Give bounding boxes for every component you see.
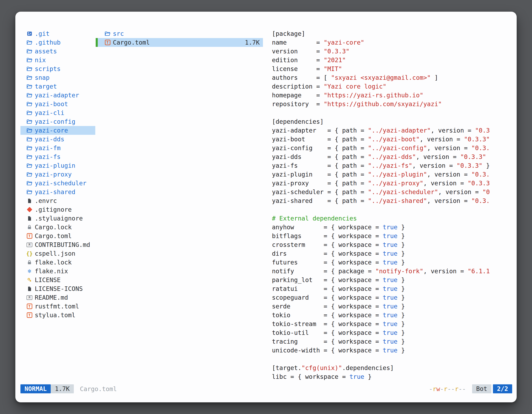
item-label: README.md <box>35 294 68 301</box>
dir-item-target[interactable]: target <box>20 82 95 91</box>
file-icon <box>26 198 33 203</box>
dir-item-github[interactable]: .github <box>20 38 95 47</box>
dir-item-git[interactable]: .git <box>20 29 95 38</box>
git-icon <box>26 208 33 212</box>
page-indicator: 2/2 <box>493 384 512 393</box>
key-icon <box>26 277 33 283</box>
preview-line: crossterm = { workspace = true } <box>272 240 513 249</box>
item-label: LICENSE-ICONS <box>35 285 83 292</box>
preview-line: version = "0.3.3" <box>272 47 513 56</box>
item-label: .github <box>35 39 60 46</box>
folder-icon <box>26 48 33 54</box>
file-item-readme-md[interactable]: MREADME.md <box>20 293 95 302</box>
preview-line: [package] <box>272 29 513 38</box>
selection-marker <box>96 38 98 47</box>
item-label: .styluaignore <box>35 215 83 222</box>
dir-item-yazi-cli[interactable]: yazi-cli <box>20 108 95 117</box>
preview-line: edition = "2021" <box>272 56 513 64</box>
item-label: cspell.json <box>35 250 76 257</box>
item-label: yazi-config <box>35 118 76 125</box>
file-item-cargo-lock[interactable]: Cargo.lock <box>20 223 95 231</box>
snowflake-icon: ❄ <box>26 268 33 274</box>
folder-icon <box>104 31 111 37</box>
folder-icon <box>26 101 33 107</box>
dir-item-yazi-plugin[interactable]: yazi-plugin <box>20 161 95 170</box>
braces-icon: {} <box>26 251 33 256</box>
item-label: assets <box>35 48 57 55</box>
preview-line: [dependencies] <box>272 117 513 126</box>
folder-icon <box>26 110 33 116</box>
dir-item-src[interactable]: src <box>96 29 263 38</box>
file-item-license-icons[interactable]: LICENSE-ICONS <box>20 284 95 293</box>
preview-pane[interactable]: [package]name = "yazi-core"version = "0.… <box>272 29 513 383</box>
file-item-cargo-toml[interactable]: TCargo.toml <box>20 231 95 240</box>
item-label: .envrc <box>35 197 57 204</box>
item-label: target <box>35 83 57 90</box>
file-item-stylua-toml[interactable]: Tstylua.toml <box>20 311 95 319</box>
current-pane[interactable]: srcTCargo.toml1.7K <box>96 29 263 47</box>
preview-line: futures = { workspace = true } <box>272 258 513 267</box>
folder-icon <box>26 66 33 72</box>
item-label: src <box>113 30 124 37</box>
preview-line: tracing = { workspace = true } <box>272 337 513 346</box>
file-item-flake-nix[interactable]: ❄flake.nix <box>20 267 95 276</box>
preview-line <box>272 355 513 364</box>
dir-item-yazi-adapter[interactable]: yazi-adapter <box>20 91 95 100</box>
markdown-icon: M <box>26 243 33 247</box>
item-label: yazi-cli <box>35 109 64 116</box>
preview-line: authors = [ "sxyazi <sxyazi@gmail.com>" … <box>272 73 513 82</box>
preview-line: homepage = "https://yazi-rs.github.io" <box>272 91 513 100</box>
dir-item-yazi-config[interactable]: yazi-config <box>20 117 95 126</box>
dir-item-scripts[interactable]: scripts <box>20 64 95 73</box>
file-item-gitignore[interactable]: .gitignore <box>20 205 95 214</box>
file-item-license[interactable]: LICENSE <box>20 276 95 284</box>
file-item-rustfmt-toml[interactable]: Trustfmt.toml <box>20 302 95 311</box>
status-bar: NORMAL 1.7K Cargo.toml -rw-r--r-- Bot 2/… <box>20 384 512 393</box>
item-label: .gitignore <box>35 206 72 213</box>
dir-item-yazi-shared[interactable]: yazi-shared <box>20 188 95 196</box>
file-item-cargo-toml[interactable]: TCargo.toml1.7K <box>96 38 263 47</box>
file-item-styluaignore[interactable]: .styluaignore <box>20 214 95 223</box>
folder-icon <box>26 57 33 63</box>
dir-item-yazi-dds[interactable]: yazi-dds <box>20 135 95 144</box>
folder-icon <box>26 180 33 186</box>
dir-item-nix[interactable]: nix <box>20 56 95 64</box>
item-label: yazi-plugin <box>35 162 76 169</box>
item-label: LICENSE <box>35 276 60 283</box>
item-label: flake.nix <box>35 268 68 275</box>
item-label: snap <box>35 74 49 81</box>
dir-item-yazi-boot[interactable]: yazi-boot <box>20 100 95 108</box>
file-item-contributing-md[interactable]: MCONTRIBUTING.md <box>20 240 95 249</box>
dir-item-yazi-fs[interactable]: yazi-fs <box>20 152 95 161</box>
dir-item-yazi-scheduler[interactable]: yazi-scheduler <box>20 179 95 188</box>
folder-icon <box>26 75 33 81</box>
folder-icon <box>26 119 33 125</box>
preview-line: yazi-config = { path = "../yazi-config",… <box>272 144 513 152</box>
folder-icon <box>26 83 33 90</box>
dir-item-assets[interactable]: assets <box>20 47 95 56</box>
preview-line: yazi-shared = { path = "../yazi-shared",… <box>272 196 513 205</box>
dir-item-yazi-proxy[interactable]: yazi-proxy <box>20 170 95 179</box>
lock-icon <box>26 225 33 230</box>
dir-item-snap[interactable]: snap <box>20 73 95 82</box>
toml-icon: T <box>26 304 33 309</box>
preview-line: libc = { workspace = true } <box>272 372 513 381</box>
file-icon <box>26 286 33 291</box>
preview-line: dirs = { workspace = true } <box>272 249 513 258</box>
preview-line: scopeguard = { workspace = true } <box>272 293 513 302</box>
mode-indicator: NORMAL <box>20 384 51 393</box>
file-item-cspell-json[interactable]: {}cspell.json <box>20 249 95 258</box>
preview-line: description = "Yazi core logic" <box>272 82 513 91</box>
toml-icon: T <box>26 312 33 318</box>
file-item-envrc[interactable]: .envrc <box>20 196 95 205</box>
preview-line: tokio-stream = { workspace = true } <box>272 319 513 328</box>
item-label: Cargo.toml <box>35 232 72 240</box>
item-label: yazi-proxy <box>35 171 72 178</box>
parent-pane[interactable]: .git.githubassetsnixscriptssnaptargetyaz… <box>20 29 95 319</box>
file-item-flake-lock[interactable]: flake.lock <box>20 258 95 267</box>
preview-line: tokio = { workspace = true } <box>272 311 513 319</box>
dir-item-yazi-fm[interactable]: yazi-fm <box>20 144 95 152</box>
dir-item-yazi-core[interactable]: yazi-core <box>20 126 95 135</box>
folder-icon <box>26 136 33 142</box>
permissions: -rw-r--r-- <box>429 385 466 393</box>
